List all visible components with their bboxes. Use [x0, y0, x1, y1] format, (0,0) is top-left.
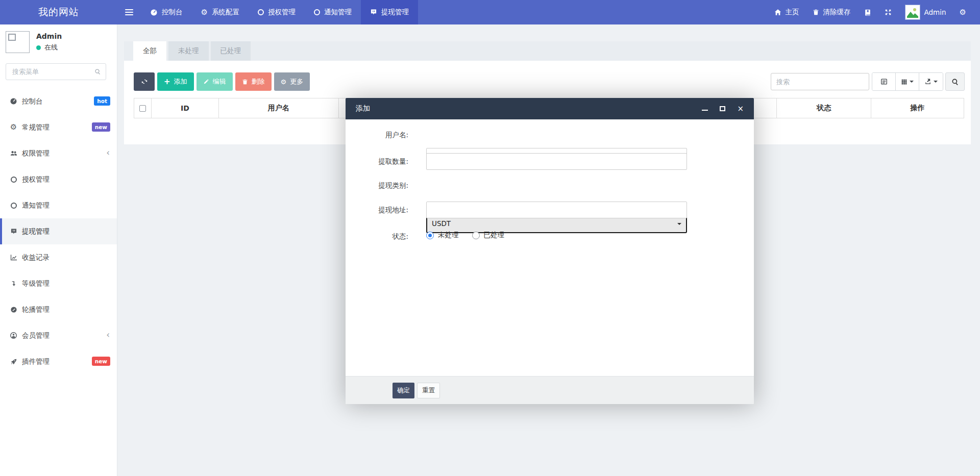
nav-home-button[interactable]: 主页 — [768, 8, 806, 17]
radio-unprocessed-label: 未处理 — [438, 231, 459, 240]
sidebar-item-level-manage[interactable]: 等级管理 — [0, 270, 117, 296]
sidebar-item-notice-manage[interactable]: 通知管理 — [0, 192, 117, 218]
level-down-icon — [9, 280, 18, 287]
tab-unprocessed[interactable]: 未处理 — [168, 41, 209, 61]
columns-button[interactable] — [896, 73, 919, 90]
column-header-username[interactable]: 用户名 — [219, 98, 339, 118]
export-button[interactable] — [919, 73, 943, 90]
dashboard-icon — [9, 97, 18, 105]
sidebar-item-plugin-manage[interactable]: 插件管理 new — [0, 348, 117, 374]
column-header-id[interactable]: ID — [152, 98, 219, 118]
table-search — [771, 73, 869, 90]
sidebar-item-carousel-manage[interactable]: 轮播管理 — [0, 296, 117, 322]
profile-status: 在线 — [36, 43, 58, 52]
chevron-left-icon: ‹ — [106, 147, 110, 158]
dialog-body: 用户名: 提取数量: 提现类别: USDT 提现地址: 状态: 未处理 已处理 — [346, 119, 754, 155]
tab-all[interactable]: 全部 — [133, 41, 166, 61]
sidebar-item-permission-manage[interactable]: 权限管理 ‹ — [0, 140, 117, 166]
menu-search-input[interactable] — [6, 63, 106, 80]
list-icon — [880, 78, 888, 85]
nav-item-withdraw-manage[interactable]: 提现管理 — [361, 0, 418, 24]
close-icon[interactable]: × — [737, 105, 744, 113]
nav-item-auth-manage[interactable]: 授权管理 — [249, 0, 305, 24]
gear-icon: ⚙ — [281, 79, 287, 85]
gears-icon: ⚙ — [960, 9, 966, 16]
new-badge: new — [92, 122, 110, 132]
column-header-status[interactable]: 状态 — [777, 98, 871, 118]
toolbar: + 添加 编辑 删除 ⚙ 更多 — [134, 72, 310, 91]
online-dot-icon — [36, 45, 41, 50]
export-icon — [924, 78, 932, 85]
table-search-input[interactable] — [771, 73, 869, 90]
radio-processed[interactable] — [472, 232, 480, 239]
sidebar-item-member-manage[interactable]: 会员管理 ‹ — [0, 322, 117, 348]
tab-processed[interactable]: 已处理 — [211, 41, 251, 61]
search-submit-button[interactable] — [945, 72, 965, 91]
maximize-icon[interactable] — [720, 106, 725, 111]
type-select-value: USDT — [432, 219, 451, 228]
circle-icon — [9, 177, 18, 183]
nav-language-button[interactable] — [857, 9, 878, 16]
book-icon — [864, 9, 871, 16]
nav-clear-cache-button[interactable]: 清除缓存 — [806, 8, 857, 17]
sidebar-item-dashboard[interactable]: 控制台 hot — [0, 88, 117, 114]
new-badge: new — [92, 357, 110, 366]
add-button[interactable]: + 添加 — [157, 72, 194, 91]
radio-unprocessed[interactable] — [426, 232, 434, 239]
nav-settings-button[interactable]: ⚙ — [953, 9, 973, 16]
status-label: 状态: — [346, 232, 408, 241]
delete-button[interactable]: 删除 — [235, 72, 272, 91]
nav-item-dashboard[interactable]: 控制台 — [141, 0, 192, 24]
circle-icon — [258, 9, 264, 15]
carousel-icon — [9, 306, 18, 313]
nav-item-system-config[interactable]: ⚙ 系统配置 — [192, 0, 249, 24]
brand-title: 我的网站 — [0, 0, 117, 24]
nav-item-notice-manage[interactable]: 通知管理 — [305, 0, 361, 24]
pencil-icon — [203, 79, 209, 85]
reset-button[interactable]: 重置 — [417, 383, 440, 398]
address-input[interactable] — [426, 202, 687, 218]
minimize-icon[interactable] — [702, 110, 708, 111]
sidebar-toggle-button[interactable] — [117, 0, 141, 24]
search-icon — [94, 68, 101, 75]
user-circle-icon — [9, 332, 18, 339]
amount-input[interactable] — [426, 153, 687, 170]
users-icon — [9, 149, 18, 157]
dialog-footer: 确定 重置 — [346, 376, 754, 404]
chart-line-icon — [9, 254, 18, 261]
top-navbar: 我的网站 控制台 ⚙ 系统配置 授权管理 通知管理 提现管理 主页 — [0, 0, 980, 24]
dialog-window-controls: × — [702, 105, 744, 113]
nav-user-menu[interactable]: Admin — [898, 5, 953, 20]
refresh-button[interactable] — [134, 72, 155, 91]
add-dialog: 添加 × 用户名: 提取数量: 提现类别: USDT 提现地址: 状态: 未处理… — [346, 98, 754, 404]
search-icon — [951, 78, 959, 86]
profile-avatar[interactable] — [6, 31, 30, 53]
dashboard-icon — [150, 9, 158, 16]
gear-icon: ⚙ — [201, 9, 208, 16]
select-all-cell — [134, 98, 152, 118]
sidebar-item-general-manage[interactable]: ⚙ 常规管理 new — [0, 114, 117, 140]
username-label: Admin — [924, 8, 946, 16]
detail-view-button[interactable] — [872, 73, 896, 90]
nav-fullscreen-button[interactable] — [878, 9, 898, 16]
select-all-checkbox[interactable] — [139, 105, 146, 112]
type-label: 提现类别: — [346, 181, 408, 190]
sidebar-item-auth-manage[interactable]: 授权管理 — [0, 166, 117, 192]
broken-image-icon — [8, 34, 16, 41]
dialog-header[interactable]: 添加 × — [346, 98, 754, 119]
confirm-button[interactable]: 确定 — [393, 383, 414, 398]
trash-icon — [242, 79, 248, 85]
circle-icon — [9, 203, 18, 209]
caret-down-icon — [677, 223, 681, 227]
more-button[interactable]: ⚙ 更多 — [274, 72, 310, 91]
profile-name: Admin — [36, 32, 62, 40]
column-header-action[interactable]: 操作 — [871, 98, 964, 118]
comment-icon — [370, 9, 377, 16]
amount-label: 提取数量: — [346, 157, 408, 166]
sidebar-item-withdraw-manage[interactable]: 提现管理 — [0, 218, 117, 244]
sidebar-menu: 控制台 hot ⚙ 常规管理 new 权限管理 ‹ 授权管理 通知管理 提现管理… — [0, 88, 117, 374]
edit-button[interactable]: 编辑 — [197, 72, 233, 91]
grid-icon — [901, 79, 908, 85]
circle-icon — [314, 9, 320, 15]
sidebar-item-income-records[interactable]: 收益记录 — [0, 244, 117, 270]
